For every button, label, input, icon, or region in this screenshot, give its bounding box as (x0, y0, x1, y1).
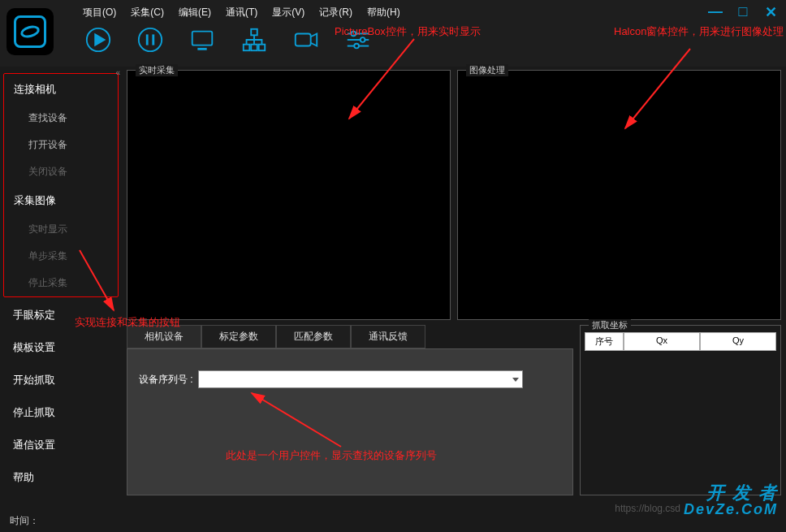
menu-help[interactable]: 帮助(H) (367, 6, 400, 19)
tab-bar: 相机设备 标定参数 匹配参数 通讯反馈 (127, 325, 573, 348)
menu-record[interactable]: 记录(R) (319, 6, 352, 19)
coord-col-qx: Qx (624, 332, 700, 351)
svg-rect-6 (251, 29, 257, 36)
maximize-button[interactable]: □ (736, 3, 750, 21)
sidebar-group-connect: 连接相机 查找设备 打开设备 关闭设备 采集图像 实时显示 单步采集 停止采集 (3, 73, 119, 297)
title-bar: 项目(O) 采集(C) 编辑(E) 通讯(T) 显示(V) 记录(R) 帮助(H… (0, 0, 786, 67)
grab-coord-panel: 抓取坐标 序号 Qx Qy (580, 325, 781, 495)
sidebar-item-help[interactable]: 帮助 (3, 461, 119, 494)
svg-rect-9 (259, 45, 266, 51)
hierarchy-icon[interactable] (240, 26, 268, 54)
svg-rect-8 (251, 45, 257, 51)
tab-match-params[interactable]: 匹配参数 (276, 325, 351, 348)
coord-table-header: 序号 Qx Qy (585, 332, 776, 351)
menu-project[interactable]: 项目(O) (83, 6, 116, 19)
sidebar-item-handeye[interactable]: 手眼标定 (3, 299, 119, 331)
sidebar-item-find-device[interactable]: 查找设备 (4, 105, 118, 132)
menu-bar: 项目(O) 采集(C) 编辑(E) 通讯(T) 显示(V) 记录(R) 帮助(H… (60, 0, 786, 19)
sidebar-item-template[interactable]: 模板设置 (3, 331, 119, 364)
settings-sliders-icon[interactable] (344, 26, 372, 54)
sidebar-header-connect: 连接相机 (4, 74, 118, 105)
status-time-label: 时间： (10, 514, 39, 528)
svg-rect-4 (192, 32, 213, 45)
svg-rect-10 (296, 33, 311, 45)
sidebar-item-realtime[interactable]: 实时显示 (4, 216, 118, 243)
panel-title-realtime: 实时采集 (136, 64, 178, 76)
watermark-url: https://blog.csd (615, 503, 680, 514)
device-serial-label: 设备序列号 : (139, 373, 193, 387)
content-area: 实时采集 图像处理 相机设备 标定参数 匹配参数 通讯反馈 设备序列号 : (122, 67, 786, 509)
watermark: 开 发 者 DevZe.CoM (684, 483, 778, 517)
sidebar-item-comm-settings[interactable]: 通信设置 (3, 429, 119, 461)
app-logo (6, 8, 54, 55)
tab-calib-params[interactable]: 标定参数 (201, 325, 276, 348)
sidebar-item-open-device[interactable]: 打开设备 (4, 132, 118, 158)
menu-capture[interactable]: 采集(C) (131, 6, 164, 19)
play-icon[interactable] (84, 26, 112, 54)
toolbar (60, 19, 786, 54)
close-button[interactable]: ✕ (763, 3, 778, 21)
sidebar-item-close-device[interactable]: 关闭设备 (4, 158, 118, 185)
pause-icon[interactable] (136, 26, 164, 54)
panel-title-process: 图像处理 (466, 64, 508, 76)
svg-point-14 (361, 37, 365, 42)
tab-camera-device[interactable]: 相机设备 (127, 325, 201, 348)
svg-point-16 (354, 44, 359, 49)
sidebar-header-capture: 采集图像 (4, 185, 118, 216)
image-process-panel: 图像处理 (457, 70, 781, 320)
main-area: « 连接相机 查找设备 打开设备 关闭设备 采集图像 实时显示 单步采集 停止采… (0, 67, 786, 509)
menu-edit[interactable]: 编辑(E) (179, 6, 211, 19)
sidebar-item-start-grab[interactable]: 开始抓取 (3, 364, 119, 396)
tab-comm-feedback[interactable]: 通讯反馈 (351, 325, 425, 348)
watermark-line1: 开 发 者 (684, 483, 778, 502)
device-serial-dropdown[interactable] (198, 370, 523, 388)
window-controls: — □ ✕ (708, 3, 778, 21)
realtime-capture-panel: 实时采集 (127, 70, 451, 320)
menu-display[interactable]: 显示(V) (272, 6, 304, 19)
camera-icon[interactable] (292, 26, 320, 54)
coord-col-qy: Qy (700, 332, 776, 351)
sidebar: « 连接相机 查找设备 打开设备 关闭设备 采集图像 实时显示 单步采集 停止采… (0, 67, 122, 509)
sidebar-item-stop-capture[interactable]: 停止采集 (4, 270, 118, 296)
tabs-panel: 相机设备 标定参数 匹配参数 通讯反馈 设备序列号 : (127, 325, 573, 495)
coord-col-index: 序号 (585, 332, 624, 351)
coord-panel-title: 抓取坐标 (589, 319, 631, 331)
menu-comm[interactable]: 通讯(T) (226, 6, 257, 19)
watermark-line2: DevZe.CoM (684, 502, 778, 517)
minimize-button[interactable]: — (708, 3, 723, 21)
sidebar-item-stop-grab[interactable]: 停止抓取 (3, 396, 119, 429)
svg-rect-7 (244, 45, 250, 51)
svg-point-1 (139, 28, 162, 51)
monitor-icon[interactable] (188, 26, 216, 54)
tab-content: 设备序列号 : (127, 348, 573, 495)
svg-point-12 (352, 32, 356, 37)
sidebar-item-single-capture[interactable]: 单步采集 (4, 243, 118, 270)
collapse-icon[interactable]: « (115, 68, 120, 77)
